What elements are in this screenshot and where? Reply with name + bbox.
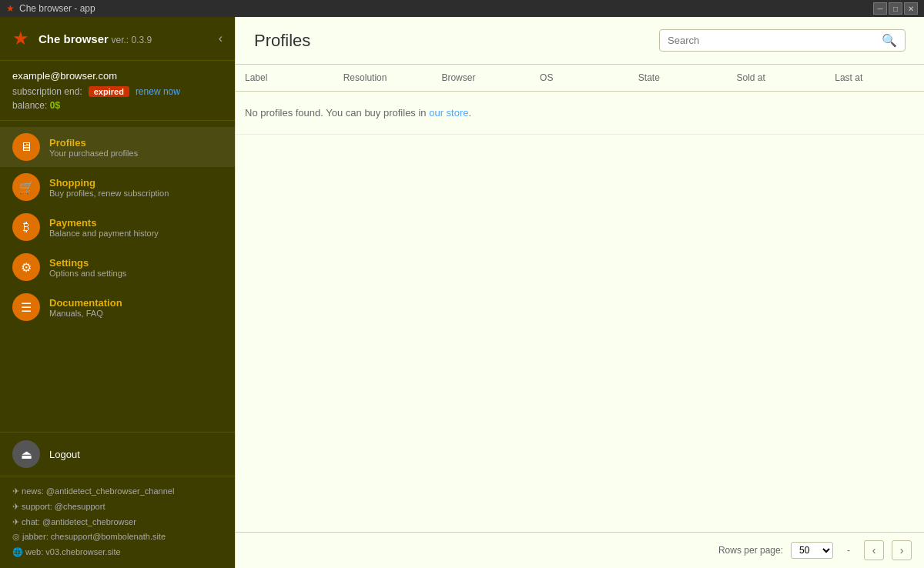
collapse-sidebar-button[interactable]: ‹ [219, 32, 223, 45]
no-profiles-row: No profiles found. You can buy profiles … [236, 92, 924, 135]
app-name: Che browser [38, 32, 109, 45]
footer-support: ✈ support: @chesupport [12, 500, 223, 515]
app-version: ver.: 0.3.9 [111, 35, 152, 45]
sidebar-item-profiles[interactable]: 🖥 Profiles Your purchased profiles [0, 127, 235, 167]
col-sold-at: Sold at [728, 65, 826, 92]
titlebar-title: Che browser - app [19, 3, 95, 14]
jabber-icon: ◎ [12, 532, 22, 541]
sidebar-header-left: ★ Che browser ver.: 0.3.9 [12, 28, 152, 49]
balance-label: balance: [12, 100, 47, 111]
nav-items: 🖥 Profiles Your purchased profiles 🛒 Sho… [0, 121, 235, 432]
telegram-chat-icon: ✈ [12, 517, 22, 526]
app-container: ★ Che browser ver.: 0.3.9 ‹ example@brow… [0, 17, 924, 568]
titlebar-star-icon: ★ [6, 3, 15, 14]
app-branding: Che browser ver.: 0.3.9 [38, 32, 152, 45]
settings-nav-title: Settings [49, 257, 126, 269]
titlebar-left: ★ Che browser - app [6, 3, 95, 14]
sidebar-footer: ✈ news: @antidetect_chebrowser_channel ✈… [0, 476, 235, 568]
telegram-support-icon: ✈ [12, 502, 22, 511]
col-resolution: Resolution [334, 65, 433, 92]
logout-label: Logout [49, 449, 80, 460]
balance-row: balance: 0$ [12, 100, 223, 111]
telegram-icon: ✈ [12, 486, 22, 496]
prev-page-button[interactable]: ‹ [864, 540, 884, 560]
documentation-icon: ☰ [12, 293, 40, 321]
web-icon: 🌐 [12, 547, 25, 556]
renew-now-link[interactable]: renew now [136, 86, 180, 97]
sidebar-item-payments[interactable]: ₿ Payments Balance and payment history [0, 207, 235, 247]
col-os: OS [531, 65, 629, 92]
sidebar-header: ★ Che browser ver.: 0.3.9 ‹ [0, 17, 235, 61]
minimize-button[interactable]: ─ [873, 2, 887, 15]
titlebar-controls[interactable]: ─ □ ✕ [873, 2, 918, 15]
documentation-nav-subtitle: Manuals, FAQ [49, 309, 122, 318]
col-browser: Browser [432, 65, 531, 92]
footer-chat-text: chat: @antidetect_chebrowser [22, 517, 136, 526]
subscription-row: subscription end: expired renew now [12, 86, 223, 97]
profiles-icon: 🖥 [12, 133, 40, 161]
content-header: Profiles 🔍 [236, 17, 924, 65]
subscription-status-badge: expired [89, 86, 129, 97]
sidebar: ★ Che browser ver.: 0.3.9 ‹ example@brow… [0, 17, 235, 568]
sidebar-item-settings[interactable]: ⚙ Settings Options and settings [0, 247, 235, 287]
shopping-nav-subtitle: Buy profiles, renew subscription [49, 189, 169, 198]
col-label: Label [236, 65, 334, 92]
footer-news-text: news: @antidetect_chebrowser_channel [22, 486, 174, 496]
profiles-table: Label Resolution Browser OS State Sold a… [236, 65, 924, 135]
search-input[interactable] [668, 35, 882, 46]
payments-icon: ₿ [12, 213, 40, 241]
profiles-nav-title: Profiles [49, 137, 138, 149]
next-page-button[interactable]: › [892, 540, 912, 560]
sidebar-item-shopping[interactable]: 🛒 Shopping Buy profiles, renew subscript… [0, 167, 235, 207]
page-title: Profiles [254, 31, 310, 51]
no-profiles-text: No profiles found. You can buy profiles … [245, 107, 429, 119]
table-header-row: Label Resolution Browser OS State Sold a… [236, 65, 924, 92]
shopping-nav-title: Shopping [49, 177, 169, 189]
logout-icon: ⏏ [12, 440, 40, 468]
footer-jabber: ◎ jabber: chesupport@bombolenath.site [12, 530, 223, 545]
store-link[interactable]: our store [429, 107, 468, 119]
settings-nav-subtitle: Options and settings [49, 269, 126, 278]
maximize-button[interactable]: □ [889, 2, 902, 15]
footer-chat: ✈ chat: @antidetect_chebrowser [12, 515, 223, 530]
footer-support-text: support: @chesupport [22, 502, 105, 511]
col-state: State [629, 65, 728, 92]
shopping-icon: 🛒 [12, 173, 40, 201]
footer-jabber-text: jabber: chesupport@bombolenath.site [22, 532, 166, 541]
sidebar-item-documentation[interactable]: ☰ Documentation Manuals, FAQ [0, 287, 235, 327]
titlebar: ★ Che browser - app ─ □ ✕ [0, 0, 924, 17]
balance-value: 0$ [50, 100, 60, 111]
footer-news: ✈ news: @antidetect_chebrowser_channel [12, 484, 223, 500]
payments-nav-subtitle: Balance and payment history [49, 229, 159, 238]
no-profiles-message: No profiles found. You can buy profiles … [236, 92, 924, 135]
close-button[interactable]: ✕ [904, 2, 918, 15]
main-content: Profiles 🔍 Label Resolution Browser OS S… [235, 17, 924, 568]
footer-web: 🌐 web: v03.chebrowser.site [12, 545, 223, 560]
subscription-label: subscription end: [12, 86, 82, 97]
settings-icon: ⚙ [12, 253, 40, 281]
pagination-bar: Rows per page: 10 25 50 100 - ‹ › [236, 532, 924, 568]
documentation-nav-title: Documentation [49, 297, 122, 309]
search-button[interactable]: 🔍 [882, 33, 897, 48]
search-container: 🔍 [659, 29, 906, 52]
logout-button[interactable]: ⏏ Logout [0, 432, 235, 476]
app-logo-icon: ★ [12, 28, 29, 49]
col-last-at: Last at [825, 65, 924, 92]
user-info: example@browser.com subscription end: ex… [0, 61, 235, 121]
user-email: example@browser.com [12, 70, 223, 82]
table-container: Label Resolution Browser OS State Sold a… [236, 65, 924, 532]
profiles-nav-subtitle: Your purchased profiles [49, 149, 138, 158]
rows-per-page-label: Rows per page: [718, 545, 783, 556]
page-info: - [847, 545, 850, 556]
rows-per-page-select[interactable]: 10 25 50 100 [791, 542, 833, 559]
footer-web-text: web: v03.chebrowser.site [25, 547, 121, 556]
payments-nav-title: Payments [49, 217, 159, 229]
